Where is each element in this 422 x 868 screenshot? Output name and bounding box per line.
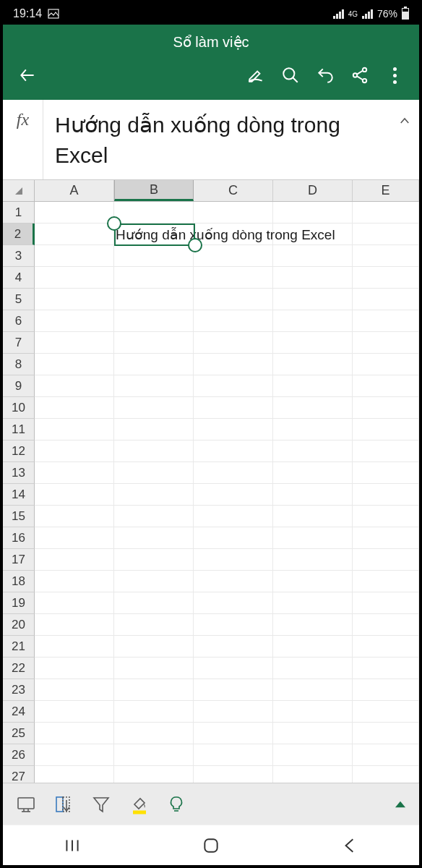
cell[interactable] <box>353 310 419 332</box>
spreadsheet[interactable]: A B C D E 123456789101112131415161718192… <box>3 180 419 783</box>
cell[interactable] <box>194 332 273 354</box>
display-button[interactable] <box>7 783 45 825</box>
cell[interactable] <box>194 267 273 289</box>
cell[interactable] <box>194 245 273 267</box>
cell[interactable] <box>194 527 273 549</box>
cell[interactable] <box>353 527 419 549</box>
cell[interactable] <box>114 289 194 310</box>
cell[interactable] <box>353 636 419 658</box>
draw-pen-button[interactable] <box>238 58 273 93</box>
cell[interactable] <box>194 375 273 397</box>
ideas-button[interactable] <box>158 783 195 825</box>
undo-button[interactable] <box>308 58 343 93</box>
row-header-2[interactable]: 2 <box>3 224 35 245</box>
cell[interactable] <box>35 397 114 419</box>
cell[interactable] <box>35 549 114 571</box>
cell[interactable] <box>194 462 273 484</box>
search-button[interactable] <box>273 58 308 93</box>
cell[interactable] <box>353 484 419 506</box>
cell[interactable] <box>194 506 273 527</box>
cell[interactable] <box>114 310 194 332</box>
cell[interactable] <box>273 267 353 289</box>
row-header-12[interactable]: 12 <box>3 441 35 462</box>
formula-input[interactable]: Hướng dẫn xuống dòng trong Excel <box>43 100 390 179</box>
sort-button[interactable] <box>45 783 82 825</box>
cell[interactable] <box>114 549 194 571</box>
cell[interactable] <box>114 723 194 744</box>
cell[interactable] <box>194 571 273 592</box>
cell[interactable] <box>273 527 353 549</box>
row-header-24[interactable]: 24 <box>3 701 35 723</box>
row-header-13[interactable]: 13 <box>3 462 35 484</box>
row-header-8[interactable]: 8 <box>3 354 35 375</box>
cell[interactable] <box>273 245 353 267</box>
nav-back-button[interactable] <box>321 836 379 855</box>
row-header-25[interactable]: 25 <box>3 723 35 744</box>
row-header-5[interactable]: 5 <box>3 289 35 310</box>
cell[interactable] <box>114 267 194 289</box>
cell[interactable] <box>273 484 353 506</box>
cell[interactable] <box>35 441 114 462</box>
cell[interactable] <box>35 310 114 332</box>
cell[interactable] <box>273 419 353 441</box>
cell[interactable] <box>194 614 273 636</box>
row-header-1[interactable]: 1 <box>3 202 35 224</box>
col-header-d[interactable]: D <box>273 180 353 201</box>
cell[interactable] <box>35 267 114 289</box>
cell[interactable] <box>114 441 194 462</box>
row-header-17[interactable]: 17 <box>3 549 35 571</box>
row-header-16[interactable]: 16 <box>3 527 35 549</box>
cell[interactable] <box>114 462 194 484</box>
row-header-9[interactable]: 9 <box>3 375 35 397</box>
cell[interactable] <box>353 202 419 224</box>
cell[interactable] <box>114 571 194 592</box>
cell[interactable] <box>114 484 194 506</box>
cell[interactable] <box>194 679 273 701</box>
cell[interactable] <box>35 766 114 783</box>
cell[interactable] <box>273 332 353 354</box>
row-header-7[interactable]: 7 <box>3 332 35 354</box>
cell[interactable] <box>353 658 419 679</box>
col-header-e[interactable]: E <box>353 180 419 201</box>
row-header-15[interactable]: 15 <box>3 506 35 527</box>
recents-button[interactable] <box>43 836 101 855</box>
cell[interactable] <box>273 701 353 723</box>
cell[interactable] <box>353 397 419 419</box>
cell[interactable] <box>35 527 114 549</box>
cell[interactable] <box>35 224 114 245</box>
cell[interactable] <box>35 332 114 354</box>
cell[interactable] <box>35 506 114 527</box>
cell[interactable] <box>353 592 419 614</box>
cell[interactable] <box>353 614 419 636</box>
cell[interactable] <box>273 723 353 744</box>
row-header-10[interactable]: 10 <box>3 397 35 419</box>
cell[interactable] <box>353 441 419 462</box>
cell[interactable] <box>35 571 114 592</box>
selection-handle-br[interactable] <box>188 238 202 252</box>
cell[interactable] <box>353 549 419 571</box>
cell[interactable] <box>273 592 353 614</box>
share-button[interactable] <box>343 58 377 93</box>
row-header-19[interactable]: 19 <box>3 592 35 614</box>
row-header-18[interactable]: 18 <box>3 571 35 592</box>
cell[interactable] <box>353 224 419 245</box>
cell[interactable] <box>353 419 419 441</box>
collapse-formula-button[interactable] <box>390 100 419 179</box>
cell[interactable] <box>35 723 114 744</box>
cell[interactable] <box>273 462 353 484</box>
cell[interactable] <box>194 441 273 462</box>
cell[interactable] <box>114 766 194 783</box>
cell[interactable] <box>353 354 419 375</box>
cell[interactable] <box>273 679 353 701</box>
cell[interactable] <box>35 701 114 723</box>
cell[interactable] <box>114 375 194 397</box>
cell[interactable] <box>114 419 194 441</box>
cell[interactable] <box>114 744 194 766</box>
cell[interactable] <box>194 592 273 614</box>
cell[interactable] <box>35 592 114 614</box>
cell[interactable] <box>35 744 114 766</box>
cell[interactable] <box>194 658 273 679</box>
cell[interactable] <box>114 636 194 658</box>
cell[interactable] <box>353 571 419 592</box>
row-header-4[interactable]: 4 <box>3 267 35 289</box>
